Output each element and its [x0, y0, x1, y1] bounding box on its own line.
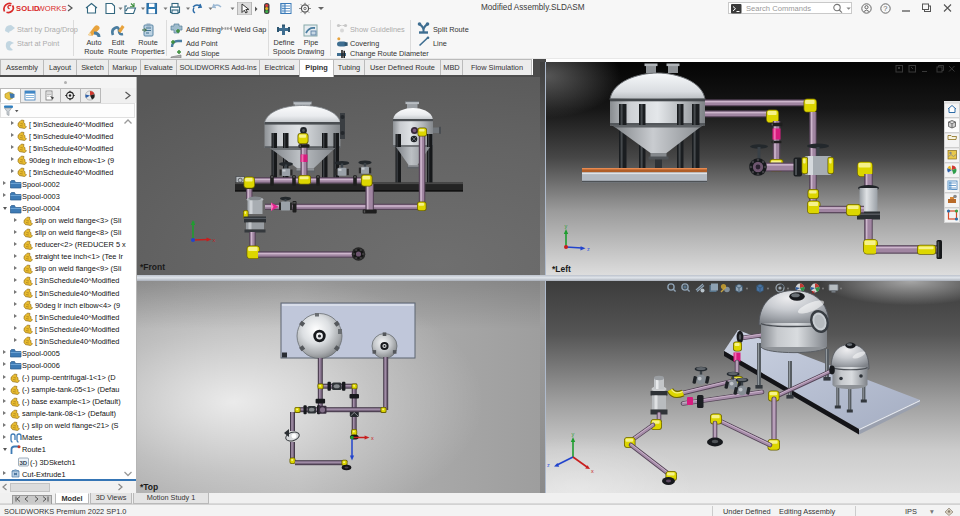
svg-text:y: y — [565, 223, 568, 229]
svg-text:WORKS: WORKS — [38, 4, 67, 13]
svg-text:x: x — [371, 435, 374, 441]
svg-text:*Front: *Front — [140, 262, 165, 272]
svg-text:SOLID: SOLID — [16, 4, 40, 13]
svg-text:z: z — [547, 462, 550, 468]
svg-text:x: x — [591, 468, 594, 474]
svg-text:z: z — [587, 246, 590, 252]
svg-text:y: y — [572, 431, 575, 437]
svg-text:3D: 3D — [20, 460, 28, 466]
svg-text:?: ? — [883, 4, 887, 13]
svg-text:x: x — [213, 237, 216, 243]
svg-text:*Top: *Top — [140, 482, 158, 492]
svg-text:*Left: *Left — [552, 264, 571, 274]
svg-text:y: y — [192, 219, 195, 225]
